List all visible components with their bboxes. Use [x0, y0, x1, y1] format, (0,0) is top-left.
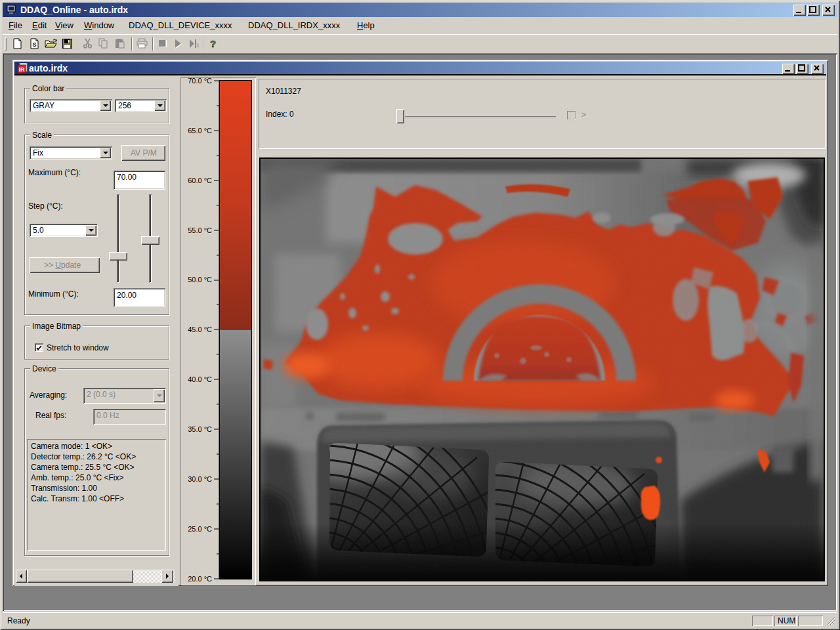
svg-text:45.0 °C: 45.0 °C — [188, 326, 212, 333]
svg-text:50.0 °C: 50.0 °C — [188, 276, 212, 284]
svg-text:70.0 °C: 70.0 °C — [188, 77, 212, 85]
svg-text:1: 1 — [196, 42, 200, 49]
svg-text:35.0 °C: 35.0 °C — [188, 425, 212, 433]
svg-text:25.0 °C: 25.0 °C — [188, 525, 212, 533]
svg-text:55.0 °C: 55.0 °C — [188, 226, 212, 234]
svg-text:40.0 °C: 40.0 °C — [188, 375, 212, 383]
svg-text:60.0 °C: 60.0 °C — [188, 177, 212, 184]
svg-text:65.0 °C: 65.0 °C — [188, 127, 212, 135]
svg-text:?: ? — [210, 38, 216, 49]
svg-text:S: S — [33, 41, 37, 48]
svg-text:IR: IR — [19, 66, 26, 73]
svg-text:30.0 °C: 30.0 °C — [188, 475, 212, 483]
svg-text:20.0 °C: 20.0 °C — [188, 575, 212, 583]
